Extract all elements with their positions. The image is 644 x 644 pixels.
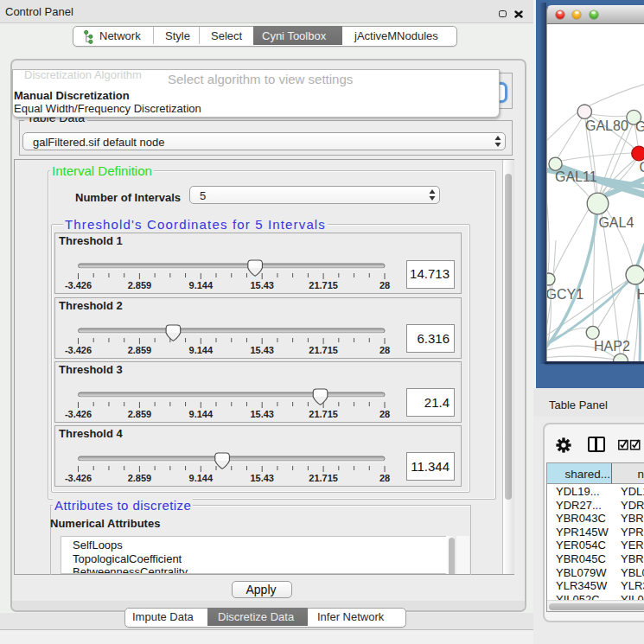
svg-text:2.859: 2.859 xyxy=(128,472,152,482)
svg-text:15.43: 15.43 xyxy=(250,408,274,418)
svg-text:GAL4: GAL4 xyxy=(598,215,634,230)
svg-text:21.715: 21.715 xyxy=(309,472,338,482)
svg-text:GA: GA xyxy=(635,119,644,134)
svg-text:C: C xyxy=(640,160,644,175)
svg-text:28: 28 xyxy=(379,408,390,418)
svg-text:2.859: 2.859 xyxy=(128,408,152,418)
svg-text:GCY1: GCY1 xyxy=(547,287,583,302)
svg-text:HAP2: HAP2 xyxy=(594,339,630,354)
svg-text:2.859: 2.859 xyxy=(128,280,152,290)
svg-text:-3.426: -3.426 xyxy=(65,472,92,482)
svg-text:-3.426: -3.426 xyxy=(65,344,92,354)
svg-text:15.43: 15.43 xyxy=(250,280,274,290)
svg-text:15.43: 15.43 xyxy=(250,344,274,354)
svg-text:21.715: 21.715 xyxy=(309,408,338,418)
svg-text:-3.426: -3.426 xyxy=(65,408,92,418)
svg-text:9.144: 9.144 xyxy=(189,472,214,482)
svg-text:28: 28 xyxy=(379,280,390,290)
svg-text:28: 28 xyxy=(379,472,390,482)
svg-text:9.144: 9.144 xyxy=(189,408,214,418)
svg-text:2.859: 2.859 xyxy=(128,344,152,354)
svg-text:21.715: 21.715 xyxy=(309,280,338,290)
svg-text:-3.426: -3.426 xyxy=(65,280,92,290)
svg-text:21.715: 21.715 xyxy=(309,344,338,354)
svg-text:9.144: 9.144 xyxy=(189,344,214,354)
svg-text:15.43: 15.43 xyxy=(250,472,274,482)
svg-text:GAL11: GAL11 xyxy=(555,169,597,184)
svg-text:H: H xyxy=(637,287,644,302)
svg-text:28: 28 xyxy=(379,344,390,354)
svg-text:9.144: 9.144 xyxy=(189,280,214,290)
svg-text:GAL80: GAL80 xyxy=(585,118,628,133)
